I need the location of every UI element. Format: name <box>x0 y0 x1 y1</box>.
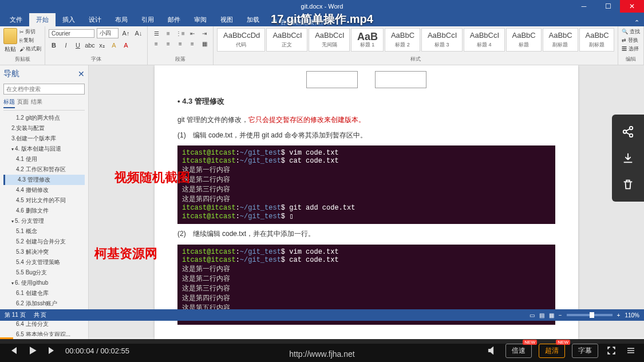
style-item[interactable]: AaBbCcI标题 3 <box>421 28 463 52</box>
align-left-icon[interactable]: ≡ <box>151 38 161 49</box>
grow-font-icon[interactable]: A↑ <box>121 28 131 38</box>
nav-tree-item[interactable]: 4.5 对比文件的不同 <box>3 195 85 206</box>
format-painter-button[interactable]: 🖌 格式刷 <box>19 45 41 53</box>
view-web-icon[interactable]: ▦ <box>549 312 554 318</box>
paste-button[interactable]: 粘贴 <box>3 28 17 53</box>
nav-tree-item[interactable]: 4. 版本创建与回退 <box>3 144 85 154</box>
style-item[interactable]: AaBbCcI无间隔 <box>309 28 350 52</box>
font-name-select[interactable]: Courier <box>49 29 94 38</box>
copy-button[interactable]: ⎘ 复制 <box>19 37 41 44</box>
tab-file[interactable]: 文件 <box>3 13 29 26</box>
font-size-select[interactable]: 小四 <box>97 28 118 38</box>
view-read-icon[interactable]: ▭ <box>530 312 535 318</box>
ribbon-collapse-icon[interactable]: ⌃ <box>634 19 639 26</box>
fullscreen-icon[interactable] <box>605 344 618 357</box>
download-icon[interactable] <box>621 151 635 165</box>
quality-button[interactable]: 超清 NEW <box>539 344 565 358</box>
close-icon[interactable]: ✕ <box>620 0 644 13</box>
nav-tree-item[interactable]: 5. 分支管理 <box>3 216 85 226</box>
nav-tree-item[interactable]: 2.安装与配置 <box>3 123 85 133</box>
minimize-icon[interactable]: ─ <box>572 0 596 13</box>
strike-button[interactable]: abc <box>85 40 95 50</box>
highlight-button[interactable]: A <box>109 40 119 50</box>
nav-tree-item[interactable]: 6. 使用github <box>3 278 85 288</box>
delete-icon[interactable] <box>621 178 635 191</box>
clipboard-group: 粘贴 ✂ 剪切 ⎘ 复制 🖌 格式刷 剪贴板 <box>0 26 45 65</box>
status-page[interactable]: 第 11 页 <box>5 311 26 319</box>
nav-tree-item[interactable]: 5.3 解决冲突 <box>3 247 85 257</box>
find-button[interactable]: 🔍 查找 <box>622 28 640 36</box>
select-button[interactable]: ☰ 选择 <box>622 45 640 53</box>
style-item[interactable]: AaBbC副标题 <box>543 28 578 52</box>
zoom-slider[interactable] <box>567 314 613 316</box>
nav-search-input[interactable] <box>3 84 85 95</box>
tab-design[interactable]: 设计 <box>82 13 108 26</box>
nav-tree-item[interactable]: 1.2 git的两大特点 <box>3 113 85 123</box>
numbering-icon[interactable]: ≡ <box>163 28 173 38</box>
tab-mailings[interactable]: 邮件 <box>161 13 187 26</box>
nav-tree-item[interactable]: 5.1 概念 <box>3 226 85 237</box>
nav-tree-item[interactable]: 4.2 工作区和暂存区 <box>3 164 85 175</box>
nav-tree-item[interactable]: 6.2 添加ssh账户 <box>3 298 85 309</box>
nav-tree-item[interactable]: 4.6 删除文件 <box>3 206 85 216</box>
shrink-font-icon[interactable]: A↓ <box>133 28 144 38</box>
nav-tab-results[interactable]: 结果 <box>31 98 42 108</box>
replace-button[interactable]: ⇄ 替换 <box>622 37 640 44</box>
subtitle-button[interactable]: 字幕 <box>572 344 598 358</box>
style-item[interactable]: AaBbC标题 <box>506 28 542 52</box>
tab-addons[interactable]: 加载 <box>240 13 266 26</box>
italic-button[interactable]: I <box>61 40 71 50</box>
nav-tree-item[interactable]: 6.5 将本地分支跟踪... <box>3 329 85 336</box>
nav-tree-item[interactable]: 3.创建一个版本库 <box>3 133 85 144</box>
view-print-icon[interactable]: ▤ <box>539 312 544 318</box>
subscript-button[interactable]: x₂ <box>97 40 107 50</box>
tab-home[interactable]: 开始 <box>29 13 56 26</box>
volume-icon[interactable] <box>486 344 499 357</box>
style-item[interactable]: AaBbCcI标题 4 <box>464 28 505 52</box>
nav-tree-item[interactable]: 6.1 创建仓库 <box>3 288 85 298</box>
multilevel-icon[interactable]: ⋮≡ <box>175 28 185 38</box>
nav-tree-item[interactable]: 5.2 创建与合并分支 <box>3 237 85 247</box>
tab-review[interactable]: 审阅 <box>187 13 214 26</box>
maximize-icon[interactable]: ☐ <box>596 0 620 13</box>
nav-tree-item[interactable]: 5.5 Bug分支 <box>3 267 85 278</box>
nav-tree-item[interactable]: 4.4 撤销修改 <box>3 185 85 195</box>
cut-button[interactable]: ✂ 剪切 <box>19 28 41 36</box>
zoom-value[interactable]: 110% <box>625 312 639 318</box>
nav-tree-item[interactable]: 4.1 使用 <box>3 154 85 164</box>
play-icon[interactable] <box>26 344 39 357</box>
style-item[interactable]: AaBbCcDd代码 <box>217 28 265 52</box>
style-item[interactable]: AaBbC标题 2 <box>385 28 420 52</box>
nav-tree[interactable]: 1.2 git的两大特点2.安装与配置3.创建一个版本库4. 版本创建与回退4.… <box>3 113 85 336</box>
nav-tree-item[interactable]: 4.3 管理修改 <box>3 175 85 185</box>
align-right-icon[interactable]: ≡ <box>175 38 185 49</box>
prev-track-icon[interactable] <box>7 344 19 357</box>
bold-button[interactable]: B <box>49 40 59 50</box>
next-track-icon[interactable] <box>46 344 58 357</box>
indent-inc-icon[interactable]: ⇥ <box>199 28 210 38</box>
indent-dec-icon[interactable]: ⇤ <box>187 28 197 38</box>
tab-view[interactable]: 视图 <box>214 13 240 26</box>
tab-references[interactable]: 引用 <box>135 13 161 26</box>
underline-button[interactable]: U <box>73 40 83 50</box>
tab-insert[interactable]: 插入 <box>56 13 82 26</box>
style-item[interactable]: AaB标题 1 <box>351 28 384 52</box>
font-color-button[interactable]: A <box>121 40 131 50</box>
nav-tab-pages[interactable]: 页面 <box>17 98 29 108</box>
style-item[interactable]: AaBbC副标题 <box>579 28 615 52</box>
align-center-icon[interactable]: ≡ <box>163 38 173 49</box>
bullets-icon[interactable]: ☰ <box>151 28 161 38</box>
document-area[interactable]: • 4.3 管理修改 git 管理的文件的修改，它只会提交暂存区的修改来创建版本… <box>89 65 644 340</box>
shading-icon[interactable]: ▦ <box>199 38 210 49</box>
justify-icon[interactable]: ≡ <box>187 38 197 49</box>
nav-close-icon[interactable]: ✕ <box>78 69 85 78</box>
zoom-out-icon[interactable]: − <box>559 312 562 318</box>
style-item[interactable]: AaBbCcI正文 <box>266 28 307 52</box>
nav-tree-item[interactable]: 5.4 分支管理策略 <box>3 257 85 267</box>
share-icon[interactable] <box>621 125 635 139</box>
nav-tab-headings[interactable]: 标题 <box>3 98 15 108</box>
settings-icon[interactable] <box>625 344 637 357</box>
tab-layout[interactable]: 布局 <box>108 13 135 26</box>
speed-button[interactable]: 倍速 NEW <box>505 344 532 358</box>
zoom-in-icon[interactable]: + <box>617 312 621 318</box>
